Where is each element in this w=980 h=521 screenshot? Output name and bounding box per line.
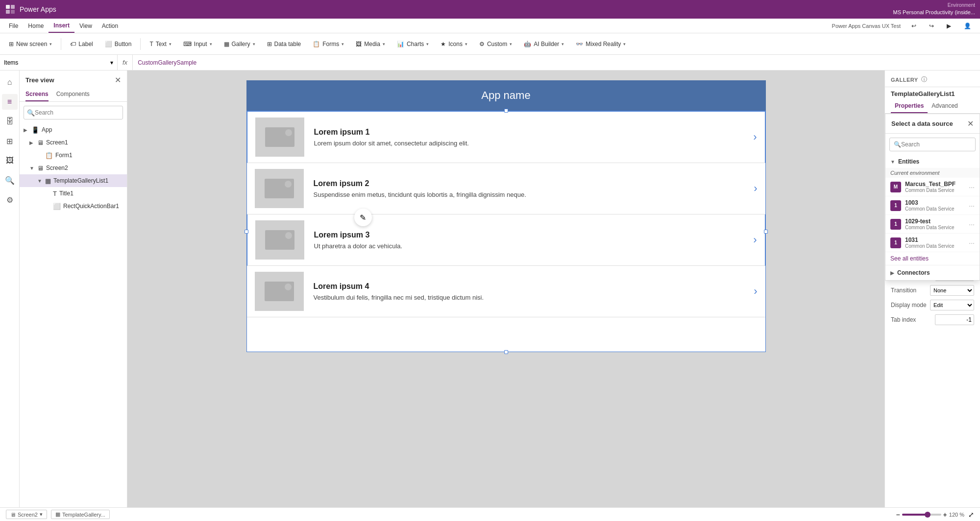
gallery-item-3[interactable]: Lorem ipsum 3 Ut pharetra a dolor ac veh…	[247, 214, 765, 266]
popup-search-icon: 🔍	[894, 141, 901, 148]
tree-item-app[interactable]: ▶ 📱 App	[20, 123, 127, 136]
undo-btn[interactable]: ↩	[906, 18, 921, 34]
env-label: Environment	[893, 2, 975, 9]
screen2-icon: 🖥	[37, 165, 44, 172]
label-btn[interactable]: 🏷 Label	[65, 36, 98, 52]
menu-home[interactable]: Home	[23, 19, 49, 33]
media-btn[interactable]: 🖼 Media ▾	[351, 36, 390, 52]
popup-title: Select a data source	[891, 120, 953, 127]
tree-item-form1[interactable]: 📋 Form1	[20, 149, 127, 162]
resize-handle-bottom[interactable]	[504, 350, 508, 354]
left-icon-layers[interactable]: ≡	[2, 94, 18, 110]
title1-icon: T	[53, 190, 57, 197]
menu-action[interactable]: Action	[97, 19, 123, 33]
tree-item-screen2[interactable]: ▼ 🖥 Screen2	[20, 162, 127, 174]
custom-btn[interactable]: ⚙ Custom ▾	[474, 36, 517, 52]
charts-btn[interactable]: 📊 Charts ▾	[392, 36, 434, 52]
tree-title: Tree view	[25, 76, 54, 84]
left-icon-settings[interactable]: ⚙	[2, 192, 18, 208]
ds-more-0[interactable]: ···	[969, 183, 975, 191]
ai-builder-btn[interactable]: 🤖 AI Builder ▾	[519, 36, 569, 52]
ds-sub-3: Common Data Service	[905, 243, 969, 249]
gallery-item-1[interactable]: Lorem ipsum 1 Lorem ipsum dolor sit amet…	[247, 111, 765, 163]
data-table-btn[interactable]: ⊞ Data table	[262, 36, 306, 52]
resize-handle-top[interactable]	[504, 109, 508, 113]
new-screen-btn[interactable]: ⊞ New screen ▾	[4, 36, 57, 52]
svg-rect-0	[6, 5, 10, 9]
left-icon-search[interactable]: 🔍	[2, 172, 18, 188]
left-icon-data[interactable]: 🗄	[2, 114, 18, 129]
gallery-wrapper: Lorem ipsum 1 Lorem ipsum dolor sit amet…	[246, 111, 766, 352]
zoom-slider-thumb[interactable]	[925, 512, 931, 518]
info-icon: ⓘ	[921, 75, 927, 84]
tree-close-btn[interactable]: ✕	[115, 75, 121, 85]
ds-more-2[interactable]: ···	[969, 220, 975, 228]
gallery-title-3: Lorem ipsum 3	[314, 231, 754, 239]
tree-search-input[interactable]	[35, 109, 120, 116]
connectors-section[interactable]: ▶ Connectors	[885, 265, 980, 280]
expand-btn[interactable]: ⤢	[968, 511, 974, 519]
user-btn[interactable]: 👤	[959, 18, 976, 34]
gallery-thumb-2	[255, 169, 304, 208]
popup-close-btn[interactable]: ✕	[967, 119, 974, 128]
formula-input[interactable]	[133, 59, 980, 66]
input-btn[interactable]: ⌨ Input ▾	[178, 36, 217, 52]
form1-label: Form1	[55, 152, 123, 159]
screen-badge[interactable]: 🖥 Screen2 ▾	[6, 510, 47, 519]
tree-item-rect[interactable]: ⬜ RectQuickActionBar1	[20, 200, 127, 213]
toolbar: ⊞ New screen ▾ 🏷 Label ⬜ Button T Text ▾…	[0, 33, 980, 55]
see-all-entities[interactable]: See all entities	[885, 252, 980, 265]
tree-item-screen1[interactable]: ▶ 🖥 Screen1	[20, 136, 127, 149]
left-icon-media[interactable]: 🖼	[2, 153, 18, 168]
entities-expand-icon: ▼	[890, 159, 895, 165]
button-btn[interactable]: ⬜ Button	[100, 36, 137, 52]
left-icon-home[interactable]: ⌂	[2, 74, 18, 90]
resize-handle-right[interactable]	[764, 230, 768, 234]
zoom-percent: 120 %	[949, 512, 964, 518]
ds-item-0[interactable]: M Marcus_Test_BPF Common Data Service ··…	[885, 178, 980, 196]
gallery-btn[interactable]: ▦ Gallery ▾	[219, 36, 260, 52]
tab-index-input[interactable]	[935, 314, 974, 325]
panel-tab-properties[interactable]: Properties	[891, 99, 928, 113]
label-icon: 🏷	[70, 41, 76, 47]
menu-file[interactable]: File	[4, 19, 23, 33]
ds-more-1[interactable]: ···	[969, 202, 975, 210]
ds-item-1[interactable]: 1 1003 Common Data Service ···	[885, 196, 980, 215]
screen1-icon: 🖥	[37, 139, 44, 146]
gallery-container[interactable]: Lorem ipsum 1 Lorem ipsum dolor sit amet…	[246, 111, 766, 352]
forms-btn[interactable]: 📋 Forms ▾	[308, 36, 349, 52]
edit-overlay-btn[interactable]: ✎	[354, 209, 372, 226]
ds-more-3[interactable]: ···	[969, 239, 975, 247]
icons-btn[interactable]: ★ Icons ▾	[436, 36, 472, 52]
zoom-slider-track[interactable]	[902, 514, 941, 516]
redo-btn[interactable]: ↪	[924, 18, 939, 34]
preview-btn[interactable]: ▶	[942, 18, 956, 34]
menu-view[interactable]: View	[74, 19, 97, 33]
template-badge[interactable]: ▦ TemplateGallery...	[51, 510, 110, 519]
gallery-item-2[interactable]: Lorem ipsum 2 Suspendisse enim metus, ti…	[247, 163, 765, 214]
tree-tab-screens[interactable]: Screens	[25, 89, 49, 101]
gallery-item-4[interactable]: Lorem ipsum 4 Vestibulum dui felis, frin…	[247, 266, 765, 317]
ds-item-2[interactable]: 1 1029-test Common Data Service ···	[885, 215, 980, 234]
popup-search-input[interactable]	[901, 141, 975, 148]
expand-icon: ▼	[29, 166, 37, 171]
ds-item-3[interactable]: 1 1031 Common Data Service ···	[885, 234, 980, 252]
current-env-label: Current environment	[885, 168, 980, 178]
menu-insert[interactable]: Insert	[49, 19, 74, 33]
tree-tab-components[interactable]: Components	[56, 89, 90, 101]
text-btn[interactable]: T Text ▾	[145, 36, 176, 52]
zoom-plus-btn[interactable]: +	[943, 511, 947, 519]
items-dropdown[interactable]: Items ▾	[0, 55, 118, 70]
panel-tabs: Properties Advanced	[885, 99, 980, 114]
tree-item-gallery[interactable]: ▼ ▦ TemplateGalleryList1 ···	[20, 174, 127, 187]
resize-handle-left[interactable]	[245, 230, 248, 234]
left-icon-components[interactable]: ⊞	[2, 133, 18, 149]
canvas-area[interactable]: App name Lorem ipsum 1 Lorem ipsum dolor…	[127, 71, 884, 507]
entities-section-header[interactable]: ▼ Entities	[885, 155, 980, 168]
transition-select[interactable]: None Fade Push	[930, 285, 974, 296]
display-mode-select[interactable]: Edit View	[930, 300, 974, 310]
tree-item-title1[interactable]: T Title1	[20, 187, 127, 200]
zoom-minus-btn[interactable]: −	[896, 511, 900, 519]
mixed-reality-btn[interactable]: 👓 Mixed Reality ▾	[571, 36, 631, 52]
panel-tab-advanced[interactable]: Advanced	[928, 99, 961, 113]
